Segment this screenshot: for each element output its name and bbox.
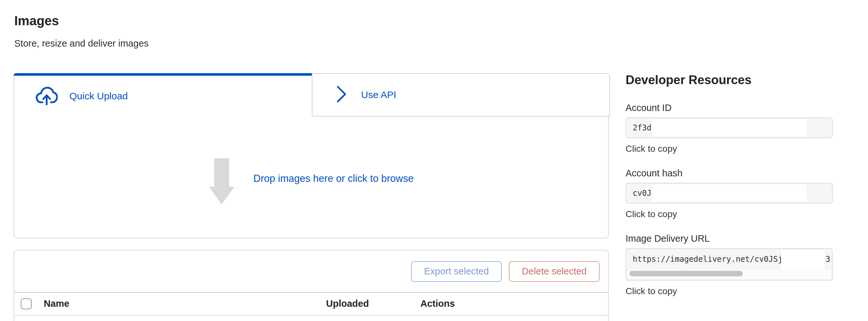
redaction-overlay — [652, 119, 806, 137]
account-id-label: Account ID — [625, 102, 833, 113]
table-actions-row: Export selected Delete selected — [14, 250, 608, 293]
url-scrollbar-thumb[interactable] — [629, 271, 743, 276]
column-header-uploaded: Uploaded — [326, 298, 369, 309]
account-hash-copy-hint: Click to copy — [625, 209, 833, 219]
select-all-checkbox[interactable] — [21, 298, 32, 309]
account-id-field[interactable]: 2f3d — [625, 117, 833, 138]
column-header-actions: Actions — [421, 298, 455, 309]
delete-selected-button[interactable]: Delete selected — [509, 261, 600, 282]
developer-resources-panel: Developer Resources Account ID 2f3d Clic… — [625, 72, 833, 296]
tab-use-api[interactable]: Use API — [312, 73, 610, 116]
tab-quick-upload[interactable]: Quick Upload — [14, 76, 312, 116]
account-hash-label: Account hash — [625, 168, 833, 179]
redacted-url-fragment: 3 — [826, 249, 830, 270]
images-table-panel: Export selected Delete selected Name Upl… — [13, 250, 609, 321]
down-arrow-icon — [209, 158, 235, 207]
column-header-name: Name — [44, 298, 69, 309]
active-tab-indicator — [13, 73, 312, 76]
dropzone-label: Drop images here or click to browse — [253, 173, 413, 184]
account-id-copy-hint: Click to copy — [625, 144, 833, 154]
image-delivery-url-copy-hint: Click to copy — [625, 286, 833, 296]
redaction-overlay — [652, 184, 806, 202]
redaction-overlay — [781, 250, 825, 271]
table-header-row: Name Uploaded Actions — [14, 293, 608, 316]
account-hash-field[interactable]: cv0J — [625, 183, 833, 204]
image-delivery-url-label: Image Delivery URL — [625, 233, 833, 244]
page-subtitle: Store, resize and deliver images — [14, 38, 149, 49]
tab-use-api-label: Use API — [361, 89, 396, 100]
export-selected-button[interactable]: Export selected — [411, 261, 502, 282]
tab-quick-upload-label: Quick Upload — [69, 91, 128, 102]
image-dropzone[interactable]: Drop images here or click to browse — [14, 116, 608, 238]
upload-panel: Quick Upload Use API Drop images here or… — [13, 73, 609, 239]
image-delivery-url-field[interactable]: https://imagedelivery.net/cv0JSj 3 — [625, 248, 833, 281]
page-title: Images — [14, 13, 59, 28]
cloud-upload-icon — [36, 86, 58, 106]
chevron-right-icon — [336, 85, 347, 104]
developer-resources-title: Developer Resources — [625, 72, 833, 87]
